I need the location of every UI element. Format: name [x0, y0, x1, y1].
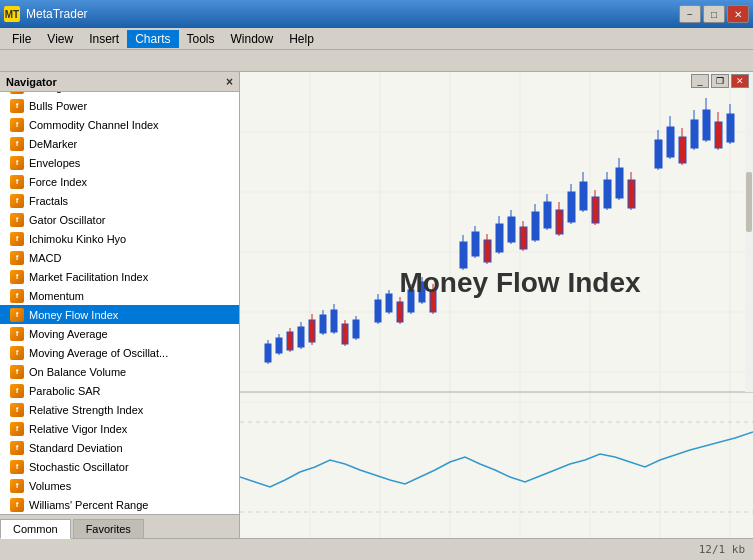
nav-item[interactable]: fVolumes — [0, 476, 239, 495]
nav-item[interactable]: fRelative Strength Index — [0, 400, 239, 419]
tab-favorites[interactable]: Favorites — [73, 519, 144, 538]
nav-item-icon: f — [10, 460, 24, 474]
nav-item[interactable]: fGator Oscillator — [0, 210, 239, 229]
nav-item-label: Stochastic Oscillator — [29, 461, 129, 473]
nav-item-label: Bollinger Bands — [29, 92, 106, 93]
maximize-button[interactable]: □ — [703, 5, 725, 23]
navigator-title: Navigator — [6, 76, 57, 88]
memory-info: 12/1 kb — [699, 543, 745, 556]
app-icon: MT — [4, 6, 20, 22]
chart-close-btn[interactable]: ✕ — [731, 74, 749, 88]
nav-item-icon: f — [10, 156, 24, 170]
nav-item[interactable]: fMomentum — [0, 286, 239, 305]
nav-item[interactable]: fEnvelopes — [0, 153, 239, 172]
minimize-button[interactable]: − — [679, 5, 701, 23]
chart-svg: Money Flow Index — [240, 72, 753, 538]
nav-item-label: Relative Vigor Index — [29, 423, 127, 435]
nav-item-label: Momentum — [29, 290, 84, 302]
nav-item-label: DeMarker — [29, 138, 77, 150]
nav-item[interactable]: fFractals — [0, 191, 239, 210]
nav-item-label: Ichimoku Kinko Hyo — [29, 233, 126, 245]
nav-item-label: Money Flow Index — [29, 309, 118, 321]
tab-common[interactable]: Common — [0, 519, 71, 539]
window-title: MetaTrader — [26, 7, 88, 21]
nav-item[interactable]: fForce Index — [0, 172, 239, 191]
nav-item[interactable]: fDeMarker — [0, 134, 239, 153]
nav-item-icon: f — [10, 365, 24, 379]
nav-item-icon: f — [10, 327, 24, 341]
menu-charts[interactable]: Charts — [127, 30, 178, 48]
nav-item-label: Force Index — [29, 176, 87, 188]
nav-item[interactable]: fCommodity Channel Index — [0, 115, 239, 134]
nav-item-label: Envelopes — [29, 157, 80, 169]
navigator-panel: Navigator × fBears PowerfBollinger Bands… — [0, 72, 240, 538]
menu-insert[interactable]: Insert — [81, 30, 127, 48]
nav-item[interactable]: fMoving Average — [0, 324, 239, 343]
nav-item-icon: f — [10, 479, 24, 493]
menu-view[interactable]: View — [39, 30, 81, 48]
status-right: 12/1 kb — [699, 543, 745, 556]
nav-item[interactable]: fMACD — [0, 248, 239, 267]
nav-item-label: Fractals — [29, 195, 68, 207]
nav-item-icon: f — [10, 441, 24, 455]
nav-item[interactable]: fMoney Flow Index — [0, 305, 239, 324]
title-bar: MT MetaTrader − □ ✕ — [0, 0, 753, 28]
nav-item-label: Parabolic SAR — [29, 385, 101, 397]
nav-item[interactable]: fParabolic SAR — [0, 381, 239, 400]
title-bar-controls: − □ ✕ — [679, 5, 749, 23]
nav-item-label: Moving Average — [29, 328, 108, 340]
nav-item[interactable]: fStandard Deviation — [0, 438, 239, 457]
nav-item-icon: f — [10, 403, 24, 417]
nav-item[interactable]: fWilliams' Percent Range — [0, 495, 239, 514]
close-button[interactable]: ✕ — [727, 5, 749, 23]
nav-item-icon: f — [10, 175, 24, 189]
chart-minimize-btn[interactable]: _ — [691, 74, 709, 88]
nav-item-icon: f — [10, 308, 24, 322]
nav-item[interactable]: fRelative Vigor Index — [0, 419, 239, 438]
nav-item-label: Gator Oscillator — [29, 214, 105, 226]
nav-item[interactable]: fIchimoku Kinko Hyo — [0, 229, 239, 248]
nav-item-icon: f — [10, 251, 24, 265]
chart-inner-controls: _ ❐ ✕ — [691, 74, 749, 88]
nav-item-label: Bulls Power — [29, 100, 87, 112]
status-bar: 12/1 kb — [0, 538, 753, 560]
chart-restore-btn[interactable]: ❐ — [711, 74, 729, 88]
nav-item[interactable]: fBulls Power — [0, 96, 239, 115]
nav-item-icon: f — [10, 498, 24, 512]
svg-rect-0 — [240, 72, 753, 538]
nav-item-label: Market Facilitation Index — [29, 271, 148, 283]
toolbar — [0, 50, 753, 72]
nav-item-label: Commodity Channel Index — [29, 119, 159, 131]
nav-item-icon: f — [10, 289, 24, 303]
svg-text:Money Flow Index: Money Flow Index — [399, 267, 641, 298]
menu-file[interactable]: File — [4, 30, 39, 48]
navigator-close-button[interactable]: × — [226, 75, 233, 89]
nav-item-icon: f — [10, 92, 24, 94]
nav-item-icon: f — [10, 194, 24, 208]
nav-item-icon: f — [10, 213, 24, 227]
navigator-tabs: Common Favorites — [0, 514, 239, 538]
nav-item-label: Standard Deviation — [29, 442, 123, 454]
navigator-header: Navigator × — [0, 72, 239, 92]
nav-item-icon: f — [10, 346, 24, 360]
menu-help[interactable]: Help — [281, 30, 322, 48]
nav-item-label: On Balance Volume — [29, 366, 126, 378]
nav-item-label: MACD — [29, 252, 61, 264]
title-bar-left: MT MetaTrader — [4, 6, 88, 22]
nav-item-label: Relative Strength Index — [29, 404, 143, 416]
nav-item-label: Moving Average of Oscillat... — [29, 347, 168, 359]
navigator-list[interactable]: fBears PowerfBollinger BandsfBulls Power… — [0, 92, 239, 514]
menu-tools[interactable]: Tools — [179, 30, 223, 48]
nav-item[interactable]: fStochastic Oscillator — [0, 457, 239, 476]
nav-item-icon: f — [10, 232, 24, 246]
chart-area: Money Flow Index _ ❐ ✕ — [240, 72, 753, 538]
menu-bar: File View Insert Charts Tools Window Hel… — [0, 28, 753, 50]
nav-item-icon: f — [10, 118, 24, 132]
svg-rect-93 — [746, 172, 752, 232]
menu-window[interactable]: Window — [223, 30, 282, 48]
nav-item[interactable]: fMoving Average of Oscillat... — [0, 343, 239, 362]
nav-item-icon: f — [10, 384, 24, 398]
nav-item[interactable]: fOn Balance Volume — [0, 362, 239, 381]
nav-item-label: Volumes — [29, 480, 71, 492]
nav-item[interactable]: fMarket Facilitation Index — [0, 267, 239, 286]
